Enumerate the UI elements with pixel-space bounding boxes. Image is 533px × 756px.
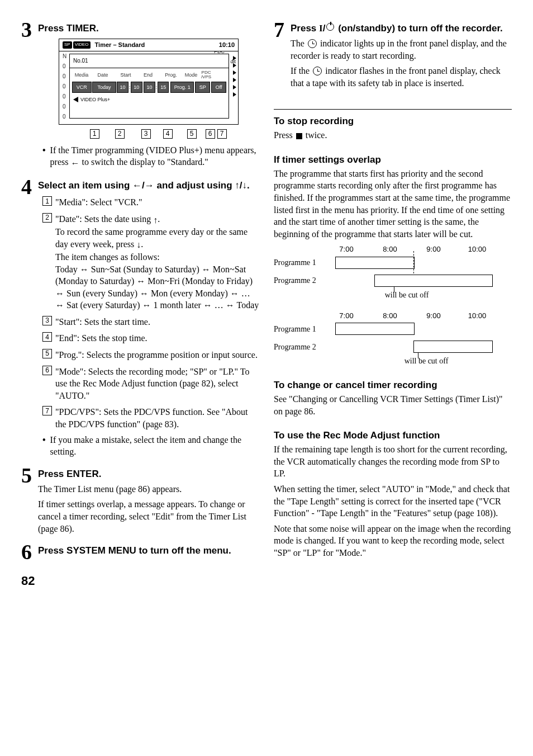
divider — [274, 109, 512, 110]
bothways-arrow-icon — [80, 264, 89, 274]
item-1: 1"Media": Select "VCR." — [42, 196, 259, 209]
item-6: 6"Mode": Selects the recording mode; "SP… — [42, 366, 259, 402]
step7-head: Press I/ (on/standby) to turn off the re… — [291, 22, 512, 35]
step5-p2: If timer settings overlap, a message app… — [38, 498, 259, 535]
item-7: 7"PDC/VPS": Sets the PDC/VPS function. S… — [42, 406, 259, 430]
recmode-head: To use the Rec Mode Adjust function — [274, 429, 512, 442]
left-column: 3 Press TIMER. SP VIDEO Timer – Standard… — [21, 16, 259, 589]
left-triangle-icon — [73, 97, 78, 102]
step-5: 5 Press ENTER. The Timer List menu (page… — [21, 465, 259, 538]
step4-head: Select an item using / and adjust using … — [38, 179, 259, 192]
step6-head: Press SYSTEM MENU to turn off the menu. — [38, 545, 259, 557]
step-number: 5 — [21, 465, 38, 486]
up-arrow-icon — [235, 179, 240, 192]
step7-p1: The indicator lights up in the front pan… — [291, 37, 512, 62]
overlap-head: If timer settings overlap — [274, 154, 512, 167]
stop-square-icon — [296, 133, 302, 139]
timer-entry-panel: No.01 Media Date Start End Prog. Mode PD… — [69, 54, 229, 119]
clock-icon — [313, 67, 322, 75]
overlap-diagram-1: 7:008:009:0010:00 Programme 1 Programme … — [274, 244, 512, 300]
video-badge: VIDEO — [73, 41, 91, 49]
change-body: See "Changing or Cancelling VCR Timer Se… — [274, 393, 512, 417]
recmode-p2: When setting the timer, select "AUTO" in… — [274, 483, 512, 519]
step7-p2: If the indicator flashes in the front pa… — [291, 65, 512, 89]
clock-icon — [308, 39, 317, 48]
sp-badge: SP — [63, 41, 72, 49]
page-number: 82 — [21, 573, 259, 589]
step-number: 3 — [21, 19, 38, 40]
step5-p1: The Timer List menu (page 86) appears. — [38, 483, 259, 495]
step3-head: Press TIMER. — [38, 22, 259, 35]
item-2: 2 "Date": Sets the date using . To recor… — [42, 213, 259, 311]
item-5: 5"Prog.": Selects the programme position… — [42, 349, 259, 361]
step-4: 4 Select an item using / and adjust usin… — [21, 176, 259, 461]
stop-body: Press twice. — [274, 129, 512, 141]
overlap-diagram-2: 7:008:009:0010:00 Programme 1 Programme … — [274, 311, 512, 367]
step-number: 4 — [21, 176, 38, 197]
power-icon — [326, 23, 334, 31]
timer-clock: 10:10 — [219, 41, 235, 49]
step-6: 6 Press SYSTEM MENU to turn off the menu… — [21, 541, 259, 563]
stop-head: To stop recording — [274, 115, 512, 128]
step-3: 3 Press TIMER. SP VIDEO Timer – Standard… — [21, 19, 259, 173]
recmode-p3: Note that some noise will appear on the … — [274, 523, 512, 559]
timer-title: Timer – Standard — [95, 41, 145, 49]
step-number: 7 — [274, 19, 291, 40]
right-arrow-icon — [145, 179, 154, 192]
down-arrow-icon — [242, 179, 248, 192]
step-7: 7 Press I/ (on/standby) to turn off the … — [274, 19, 512, 92]
item-4: 4"End": Sets the stop time. — [42, 332, 259, 344]
callout-row: 1 2 3 4 5 6 7 — [59, 129, 238, 139]
step-number: 6 — [21, 541, 38, 563]
step3-bullet: If the Timer programming (VIDEO Plus+) m… — [42, 144, 259, 169]
right-column: 7 Press I/ (on/standby) to turn off the … — [274, 16, 512, 589]
cut-label: will be cut off — [302, 290, 512, 301]
timer-menu-screenshot: SP VIDEO Timer – Standard 10:10 PDC dit … — [59, 39, 239, 125]
step4-bullet: If you make a mistake, select the item a… — [42, 434, 259, 458]
overlap-body: The programme that starts first has prio… — [274, 168, 512, 240]
item-3: 3"Start": Sets the start time. — [42, 316, 259, 328]
change-head: To change or cancel timer recording — [274, 379, 512, 392]
step5-head: Press ENTER. — [38, 468, 259, 481]
side-arrows — [233, 56, 236, 97]
videoplus-label: VIDEO Plus+ — [80, 96, 110, 103]
recmode-p1: If the remaining tape length is too shor… — [274, 443, 512, 480]
entry-no: No.01 — [73, 57, 88, 65]
cut-label: will be cut off — [341, 356, 512, 367]
left-arrow-icon — [71, 157, 80, 169]
ghost-rows: N000000 — [63, 51, 66, 122]
left-arrow-icon — [132, 179, 142, 192]
